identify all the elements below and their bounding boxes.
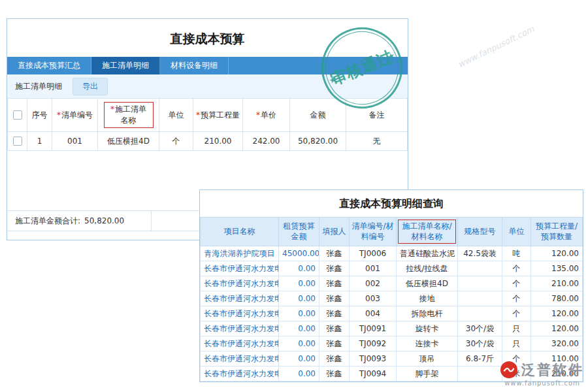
p1-select-all-cell: [8, 99, 27, 132]
brand-name: 泛普软件: [521, 361, 584, 379]
cell-project-name[interactable]: 长春市伊通河水力发电厂: [201, 336, 279, 351]
cell-name: 接地: [397, 291, 458, 306]
total-value: 50,820.00: [84, 211, 152, 231]
highlight-box: *施工清单名称: [104, 102, 154, 128]
cell-project-name[interactable]: 长春市伊通河水力发电厂: [201, 367, 279, 382]
required-marker: *: [196, 110, 200, 120]
p1-col-amount: 金额: [290, 99, 346, 132]
p2-col-name: 施工清单名称/材料名称: [397, 218, 458, 246]
required-marker: *: [256, 110, 260, 120]
budget-detail-query-panel: 直接成本预算明细查询 项目名称 租赁预算金额 填报人 清单编号/材料编号 施工清…: [199, 189, 583, 382]
cell-reporter: 张鑫: [319, 367, 350, 382]
highlight-box: 施工清单名称/材料名称: [398, 220, 456, 244]
panel1-title: 直接成本预算: [7, 31, 408, 48]
cell-list-code: 001: [52, 132, 98, 151]
cell-qty: 120.00: [531, 321, 583, 336]
detail-row: 长春市伊通河水力发电厂 0.00 张鑫 003 接地 个 780.00: [201, 291, 583, 306]
cell-spec: [458, 261, 502, 276]
row-checkbox-cell: [8, 132, 27, 151]
cell-reporter: 张鑫: [319, 306, 350, 321]
p2-col-rent-budget: 租赁预算金额: [279, 218, 319, 246]
cell-spec: 42.5袋装: [458, 246, 502, 261]
p2-col-unit: 单位: [502, 218, 531, 246]
cell-reporter: 张鑫: [319, 321, 350, 336]
export-button[interactable]: 导出: [73, 78, 108, 95]
brand-logo-icon: [500, 361, 517, 378]
cell-project-name[interactable]: 长春市伊通河水力发电厂: [201, 351, 279, 367]
cell-unit: 吨: [502, 246, 531, 261]
cell-remark: 无: [346, 132, 408, 151]
row-checkbox[interactable]: [13, 137, 22, 146]
cell-qty: 320.00: [531, 336, 583, 351]
p1-col-list-code: *清单编号: [52, 99, 98, 132]
p1-col-remark: 备注: [346, 99, 408, 132]
cell-reporter: 张鑫: [319, 351, 350, 367]
tab-construction-list-detail[interactable]: 施工清单明细: [91, 57, 160, 74]
tab-material-equipment-detail[interactable]: 材料设备明细: [160, 57, 229, 74]
cell-qty: 135.00: [531, 261, 583, 276]
cell-unit: 个: [502, 306, 531, 321]
p2-col-project: 项目名称: [201, 218, 279, 246]
cell-project-name[interactable]: 青海洪湖养护院项目: [201, 246, 279, 261]
tab-budget-summary[interactable]: 直接成本预算汇总: [7, 57, 91, 74]
cell-rent-budget: 0.00: [279, 351, 319, 367]
cell-rent-budget: 0.00: [279, 321, 319, 336]
cell-reporter: 张鑫: [319, 291, 350, 306]
cell-rent-budget: 0.00: [279, 367, 319, 382]
cell-reporter: 张鑫: [319, 246, 350, 261]
cell-unit: 只: [502, 336, 531, 351]
detail-row: 长春市伊通河水力发电厂 0.00 张鑫 002 低压横担4D 个 210.00: [201, 276, 583, 291]
section-label: 施工清单明细: [15, 81, 62, 92]
cell-rent-budget: 0.00: [279, 336, 319, 351]
cell-code: 001: [350, 261, 397, 276]
cell-name: 脚手架: [397, 367, 458, 382]
cell-unit-price: 242.00: [243, 132, 290, 151]
cell-name: 普通硅酸盐水泥: [397, 246, 458, 261]
cell-unit: 个: [502, 291, 531, 306]
cell-spec: [458, 367, 502, 382]
brand-url: www.fanpusoft.com: [500, 380, 584, 387]
cell-code: 003: [350, 291, 397, 306]
cell-qty: 120.00: [531, 306, 583, 321]
cell-seq: 1: [27, 132, 52, 151]
cell-unit: 个: [502, 276, 531, 291]
cell-project-name[interactable]: 长春市伊通河水力发电厂: [201, 291, 279, 306]
cell-project-name[interactable]: 长春市伊通河水力发电厂: [201, 261, 279, 276]
detail-row: 长春市伊通河水力发电厂 0.00 张鑫 004 拆除电杆 个 120.00: [201, 306, 583, 321]
cell-project-name[interactable]: 长春市伊通河水力发电厂: [201, 276, 279, 291]
tab-bar: 直接成本预算汇总 施工清单明细 材料设备明细: [7, 57, 408, 74]
cell-project-name[interactable]: 长春市伊通河水力发电厂: [201, 321, 279, 336]
p2-col-code: 清单编号/材料编号: [350, 218, 397, 246]
cell-reporter: 张鑫: [319, 261, 350, 276]
faint-watermark: www.fanpusoft.com: [456, 24, 536, 70]
cell-reporter: 张鑫: [319, 336, 350, 351]
cell-name: 连接卡: [397, 336, 458, 351]
cell-unit: 个: [159, 132, 193, 151]
cell-name: 顶吊: [397, 351, 458, 367]
cell-unit: 个: [502, 261, 531, 276]
total-label: 施工清单金额合计:: [15, 216, 80, 227]
cell-rent-budget: 45000.00: [279, 246, 319, 261]
p1-col-seq: 序号: [27, 99, 52, 132]
cell-unit: 只: [502, 321, 531, 336]
p2-header-row: 项目名称 租赁预算金额 填报人 清单编号/材料编号 施工清单名称/材料名称 规格…: [201, 218, 583, 246]
construction-list-table: 序号 *清单编号 *施工清单名称 单位 *预算工程量 *单价 金额 备注 1 0…: [7, 98, 408, 151]
p1-data-row: 1 001 低压横担4D 个 210.00 242.00 50,820.00 无: [8, 132, 408, 151]
required-marker: *: [57, 110, 61, 120]
p1-col-unit: 单位: [159, 99, 193, 132]
p1-col-list-name: *施工清单名称: [98, 99, 159, 132]
cell-name: 低压横担4D: [397, 276, 458, 291]
cell-spec: 6.8-7斤: [458, 351, 502, 367]
cell-rent-budget: 0.00: [279, 306, 319, 321]
p2-col-qty: 预算工程量/预算数量: [531, 218, 583, 246]
cell-spec: [458, 276, 502, 291]
detail-row: 青海洪湖养护院项目 45000.00 张鑫 TJ0006 普通硅酸盐水泥 42.…: [201, 246, 583, 261]
cell-spec: [458, 306, 502, 321]
cell-name: 拆除电杆: [397, 306, 458, 321]
cell-qty: 120.00: [531, 246, 583, 261]
cell-project-name[interactable]: 长春市伊通河水力发电厂: [201, 306, 279, 321]
cell-spec: [458, 291, 502, 306]
cell-code: TJ0006: [350, 246, 397, 261]
budget-detail-table: 项目名称 租赁预算金额 填报人 清单编号/材料编号 施工清单名称/材料名称 规格…: [200, 217, 583, 382]
select-all-checkbox[interactable]: [13, 110, 22, 120]
